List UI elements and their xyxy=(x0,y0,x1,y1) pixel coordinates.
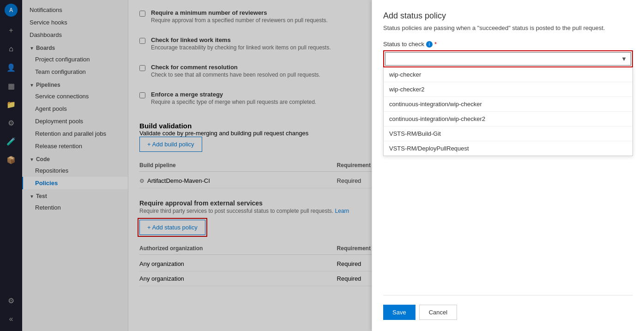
info-icon: i xyxy=(426,41,433,48)
panel-description: Status policies are passing when a "succ… xyxy=(383,24,633,31)
required-star: * xyxy=(434,41,437,48)
dropdown-list: wip-checker wip-checker2 continuous-inte… xyxy=(383,67,633,156)
add-status-policy-panel: Add status policy Status policies are pa… xyxy=(372,0,644,331)
status-dropdown-wrapper: ▼ xyxy=(383,50,633,67)
dropdown-option-vsts-build-git[interactable]: VSTS-RM/Build-Git xyxy=(384,126,632,141)
save-button[interactable]: Save xyxy=(383,305,415,320)
dropdown-option-ci-wip-checker[interactable]: continuous-integration/wip-checker xyxy=(384,97,632,112)
dropdown-option-wip-checker2[interactable]: wip-checker2 xyxy=(384,82,632,97)
status-check-label: Status to check i * xyxy=(383,41,633,48)
panel-footer: Save Cancel xyxy=(383,295,633,320)
dim-overlay xyxy=(0,0,372,331)
dropdown-option-wip-checker[interactable]: wip-checker xyxy=(384,67,632,82)
dropdown-option-ci-wip-checker2[interactable]: continuous-integration/wip-checker2 xyxy=(384,112,632,126)
chevron-down-icon: ▼ xyxy=(621,55,627,62)
panel-title: Add status policy xyxy=(383,11,633,21)
cancel-button[interactable]: Cancel xyxy=(419,305,457,320)
dropdown-option-vsts-deploy[interactable]: VSTS-RM/DeployPullRequest xyxy=(384,141,632,156)
status-dropdown[interactable]: ▼ xyxy=(385,52,631,66)
